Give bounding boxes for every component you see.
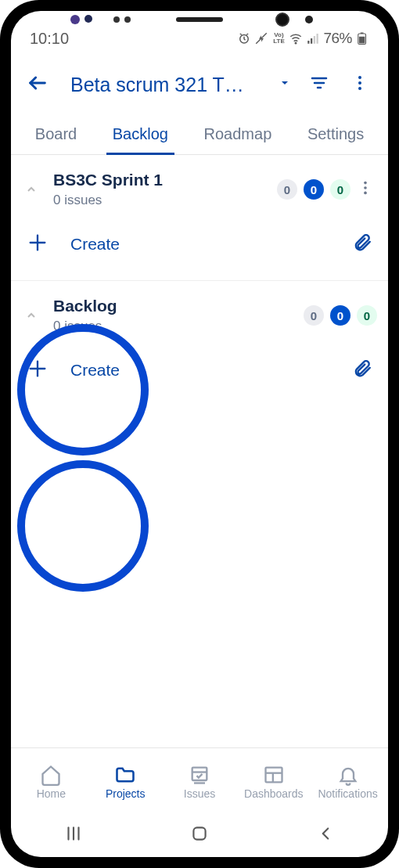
bottom-nav: Home Projects Issues Dashboards Notifica… <box>11 747 388 810</box>
section-subtitle: 0 issues <box>53 319 304 334</box>
attachment-button[interactable] <box>352 358 372 382</box>
recents-button[interactable] <box>62 822 85 845</box>
section-title: Backlog <box>53 297 304 315</box>
svg-point-16 <box>364 182 367 185</box>
plus-icon <box>27 232 49 257</box>
nav-label: Projects <box>106 787 146 800</box>
status-badges: 0 0 0 <box>277 179 350 200</box>
nav-label: Issues <box>184 787 215 800</box>
nav-dashboards[interactable]: Dashboards <box>236 764 311 800</box>
section-menu-button[interactable] <box>350 179 377 200</box>
chevron-up-icon[interactable] <box>22 309 41 322</box>
backlog-section: Backlog 0 issues 0 0 0 Create <box>11 281 388 406</box>
inprogress-count-badge: 0 <box>330 305 350 326</box>
project-title[interactable]: Beta scrum 321 T… <box>59 74 268 96</box>
tab-roadmap[interactable]: Roadmap <box>195 114 282 154</box>
screen: 10:10 Vo)LTE 76% <box>11 11 388 857</box>
back-button[interactable] <box>22 67 53 102</box>
svg-point-13 <box>358 76 361 79</box>
section-header[interactable]: Backlog 0 issues 0 0 0 <box>11 281 388 334</box>
create-label: Create <box>70 235 120 254</box>
filter-button[interactable] <box>302 69 336 100</box>
app-header: Beta scrum 321 T… <box>11 52 388 110</box>
done-count-badge: 0 <box>330 179 350 200</box>
tabs: Board Backlog Roadmap Settings <box>11 114 388 155</box>
create-button[interactable]: Create <box>27 232 120 257</box>
nav-home[interactable]: Home <box>14 764 88 800</box>
svg-rect-23 <box>192 767 207 780</box>
create-label: Create <box>70 361 120 380</box>
phone-frame: 10:10 Vo)LTE 76% <box>0 0 399 868</box>
nav-issues[interactable]: Issues <box>163 764 237 800</box>
status-badges: 0 0 0 <box>304 305 377 326</box>
svg-point-17 <box>364 186 367 189</box>
home-button[interactable] <box>188 822 211 845</box>
section-header[interactable]: BS3C Sprint 1 0 issues 0 0 0 <box>11 155 388 208</box>
attachment-button[interactable] <box>352 232 372 256</box>
svg-rect-4 <box>311 38 312 44</box>
svg-point-2 <box>296 42 297 44</box>
nav-label: Home <box>37 787 66 800</box>
phone-notch <box>0 0 399 39</box>
create-row: Create <box>11 334 388 406</box>
back-button-system[interactable] <box>314 822 337 845</box>
system-nav-bar <box>11 810 388 857</box>
svg-rect-32 <box>193 827 205 839</box>
project-dropdown-icon[interactable] <box>274 77 296 92</box>
nav-label: Notifications <box>318 787 377 800</box>
tab-settings[interactable]: Settings <box>298 114 373 154</box>
create-row: Create <box>11 208 388 280</box>
overflow-menu-button[interactable] <box>343 69 377 100</box>
nav-label: Dashboards <box>244 787 304 800</box>
todo-count-badge: 0 <box>304 305 324 326</box>
svg-rect-3 <box>308 41 310 44</box>
section-title: BS3C Sprint 1 <box>53 171 277 189</box>
svg-point-18 <box>364 192 367 195</box>
todo-count-badge: 0 <box>277 179 297 200</box>
content-area[interactable]: BS3C Sprint 1 0 issues 0 0 0 <box>11 155 388 747</box>
section-subtitle: 0 issues <box>53 193 277 208</box>
svg-point-15 <box>358 87 361 90</box>
inprogress-count-badge: 0 <box>304 179 324 200</box>
nav-notifications[interactable]: Notifications <box>311 764 385 800</box>
svg-point-14 <box>358 81 361 85</box>
plus-icon <box>27 358 49 383</box>
nav-projects[interactable]: Projects <box>88 764 163 800</box>
done-count-badge: 0 <box>357 305 377 326</box>
tab-backlog[interactable]: Backlog <box>103 114 178 154</box>
chevron-up-icon[interactable] <box>22 183 41 196</box>
sprint-section: BS3C Sprint 1 0 issues 0 0 0 <box>11 155 388 281</box>
tab-board[interactable]: Board <box>26 114 86 154</box>
highlight-circle <box>17 460 149 592</box>
create-button[interactable]: Create <box>27 358 120 383</box>
